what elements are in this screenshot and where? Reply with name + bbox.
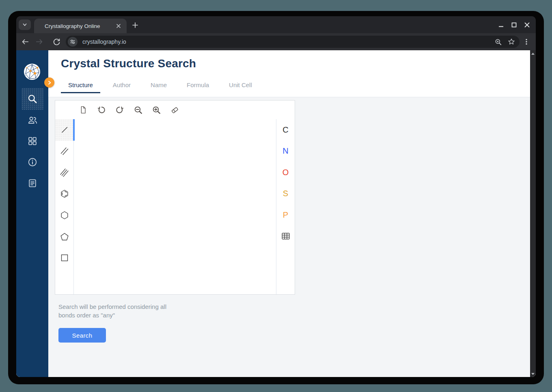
triangle-up-icon bbox=[531, 53, 535, 55]
magnifier-icon bbox=[494, 38, 502, 46]
tab-name[interactable]: Name bbox=[143, 79, 174, 93]
triangle-down-icon bbox=[531, 373, 535, 375]
bond-order-note: Search will be performed considering all… bbox=[58, 302, 166, 319]
reload-icon bbox=[52, 38, 61, 46]
tab-title: Crystallography Online bbox=[45, 23, 114, 29]
periodic-table-icon bbox=[282, 233, 290, 240]
browser-window: Crystallography Online bbox=[16, 16, 536, 377]
document-icon bbox=[27, 178, 38, 189]
close-window-button[interactable] bbox=[520, 19, 533, 31]
close-icon bbox=[524, 22, 530, 28]
page-header: Crystal Structure Search Structure Autho… bbox=[48, 50, 530, 97]
address-bar[interactable]: crystallography.io bbox=[66, 36, 520, 48]
tool-cyclohexane[interactable] bbox=[55, 205, 73, 226]
window-controls bbox=[494, 16, 533, 33]
note-line-2: bonds order as "any" bbox=[58, 311, 166, 319]
maximize-icon bbox=[511, 22, 517, 28]
element-sulfur[interactable]: S bbox=[276, 183, 295, 205]
double-bond-icon bbox=[58, 145, 71, 157]
tool-single-bond[interactable] bbox=[55, 119, 73, 141]
redo-button[interactable] bbox=[115, 105, 125, 115]
site-settings-button[interactable] bbox=[68, 37, 78, 47]
sidebar-item-search[interactable] bbox=[22, 88, 43, 110]
zoom-indicator-button[interactable] bbox=[493, 36, 503, 47]
chevron-down-icon bbox=[21, 21, 28, 28]
sidebar-item-apps[interactable] bbox=[22, 130, 43, 152]
back-button[interactable] bbox=[19, 36, 31, 48]
zoom-out-button[interactable] bbox=[133, 105, 143, 115]
star-icon bbox=[507, 38, 515, 46]
minimize-button[interactable] bbox=[494, 19, 507, 31]
tool-benzene[interactable] bbox=[55, 183, 73, 205]
new-document-icon bbox=[79, 105, 88, 114]
scroll-down-arrow[interactable] bbox=[530, 371, 536, 377]
molecule-sketcher: C N O S P bbox=[55, 100, 295, 295]
sidebar-item-info[interactable] bbox=[22, 151, 43, 173]
element-oxygen[interactable]: O bbox=[276, 162, 295, 183]
search-button[interactable]: Search bbox=[58, 328, 106, 343]
hexagon-ring-icon bbox=[58, 209, 71, 221]
eraser-button[interactable] bbox=[170, 105, 179, 115]
tab-close-button[interactable] bbox=[114, 22, 123, 30]
browser-tab[interactable]: Crystallography Online bbox=[34, 19, 127, 33]
eraser-icon bbox=[170, 105, 179, 115]
back-arrow-icon bbox=[21, 37, 30, 46]
tool-triple-bond[interactable] bbox=[55, 162, 73, 183]
bond-tool-palette bbox=[55, 119, 73, 294]
main-content: Crystal Structure Search Structure Autho… bbox=[48, 50, 530, 377]
tab-structure[interactable]: Structure bbox=[61, 79, 100, 93]
page-title: Crystal Structure Search bbox=[61, 57, 196, 70]
tab-search-button[interactable] bbox=[19, 19, 31, 30]
undo-button[interactable] bbox=[97, 105, 106, 115]
minimize-icon bbox=[498, 22, 504, 28]
chevron-right-icon bbox=[47, 80, 52, 86]
pentagon-ring-icon bbox=[58, 231, 71, 243]
tool-cyclobutane[interactable] bbox=[55, 247, 73, 269]
scroll-up-arrow[interactable] bbox=[530, 50, 536, 57]
forward-arrow-icon bbox=[35, 37, 44, 46]
zoom-in-button[interactable] bbox=[151, 105, 161, 115]
reload-button[interactable] bbox=[50, 36, 63, 48]
tool-double-bond[interactable] bbox=[55, 141, 73, 162]
zoom-out-icon bbox=[134, 105, 143, 115]
maximize-button[interactable] bbox=[507, 19, 520, 31]
tune-icon bbox=[70, 39, 75, 45]
periodic-table-button[interactable] bbox=[276, 226, 295, 247]
zoom-in-icon bbox=[152, 105, 161, 115]
web-page: Crystal Structure Search Structure Autho… bbox=[16, 50, 536, 377]
bookmark-star-button[interactable] bbox=[506, 36, 517, 47]
undo-icon bbox=[97, 105, 106, 114]
page-scrollbar[interactable] bbox=[530, 50, 536, 377]
three-dot-menu-icon bbox=[523, 39, 530, 45]
grid-icon bbox=[27, 136, 38, 146]
element-phosphorus[interactable]: P bbox=[276, 204, 295, 226]
element-carbon[interactable]: C bbox=[276, 119, 295, 141]
crystallography-logo[interactable] bbox=[23, 63, 41, 81]
close-icon bbox=[116, 24, 121, 28]
sidebar-expand-badge[interactable] bbox=[44, 77, 54, 88]
sketcher-toolbar bbox=[55, 101, 295, 119]
new-tab-button[interactable] bbox=[130, 20, 140, 30]
browser-toolbar: crystallography.io bbox=[16, 33, 536, 50]
tab-formula[interactable]: Formula bbox=[179, 79, 216, 93]
sketcher-canvas[interactable] bbox=[73, 119, 276, 294]
sidebar-item-people[interactable] bbox=[22, 109, 43, 131]
forward-button[interactable] bbox=[33, 36, 45, 48]
element-nitrogen[interactable]: N bbox=[276, 141, 295, 162]
url-text: crystallography.io bbox=[82, 39, 493, 45]
sidebar-item-news[interactable] bbox=[22, 172, 43, 194]
structure-search-panel: C N O S P bbox=[48, 97, 530, 377]
square-ring-icon bbox=[58, 252, 71, 264]
tab-strip: Crystallography Online bbox=[16, 16, 536, 33]
info-icon bbox=[27, 157, 38, 167]
selected-tool-indicator bbox=[73, 119, 75, 141]
tab-unit-cell[interactable]: Unit Cell bbox=[222, 79, 259, 93]
redo-icon bbox=[115, 105, 124, 114]
tool-cyclopentane[interactable] bbox=[55, 226, 73, 247]
browser-menu-button[interactable] bbox=[521, 36, 532, 47]
tab-author[interactable]: Author bbox=[106, 79, 138, 93]
new-document-button[interactable] bbox=[78, 105, 88, 115]
note-line-1: Search will be performed considering all bbox=[58, 302, 166, 311]
app-sidebar bbox=[16, 50, 48, 377]
network-globe-icon bbox=[23, 63, 41, 81]
